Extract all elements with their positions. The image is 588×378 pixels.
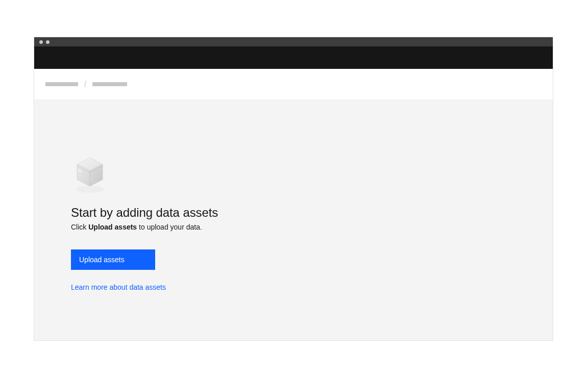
upload-assets-button[interactable]: Upload assets — [71, 249, 155, 270]
app-header — [34, 46, 553, 69]
breadcrumb-item-placeholder[interactable] — [92, 82, 127, 86]
breadcrumb-bar: / — [34, 69, 553, 99]
svg-point-0 — [76, 186, 104, 193]
learn-more-link[interactable]: Learn more about data assets — [71, 283, 516, 291]
app-window: / — [34, 37, 553, 341]
empty-state: Start by adding data assets Click Upload… — [71, 155, 516, 291]
subtext-suffix: to upload your data. — [137, 223, 202, 231]
window-control-dot — [46, 40, 50, 44]
breadcrumb-separator: / — [84, 80, 86, 89]
main-content: Start by adding data assets Click Upload… — [34, 99, 553, 340]
breadcrumb-item-placeholder[interactable] — [45, 82, 78, 86]
window-titlebar — [34, 37, 553, 46]
subtext-prefix: Click — [71, 223, 88, 231]
window-control-dot — [39, 40, 43, 44]
box-icon — [70, 155, 516, 196]
empty-state-heading: Start by adding data assets — [71, 206, 516, 220]
subtext-bold: Upload assets — [88, 223, 137, 231]
empty-state-subtext: Click Upload assets to upload your data. — [71, 223, 516, 231]
